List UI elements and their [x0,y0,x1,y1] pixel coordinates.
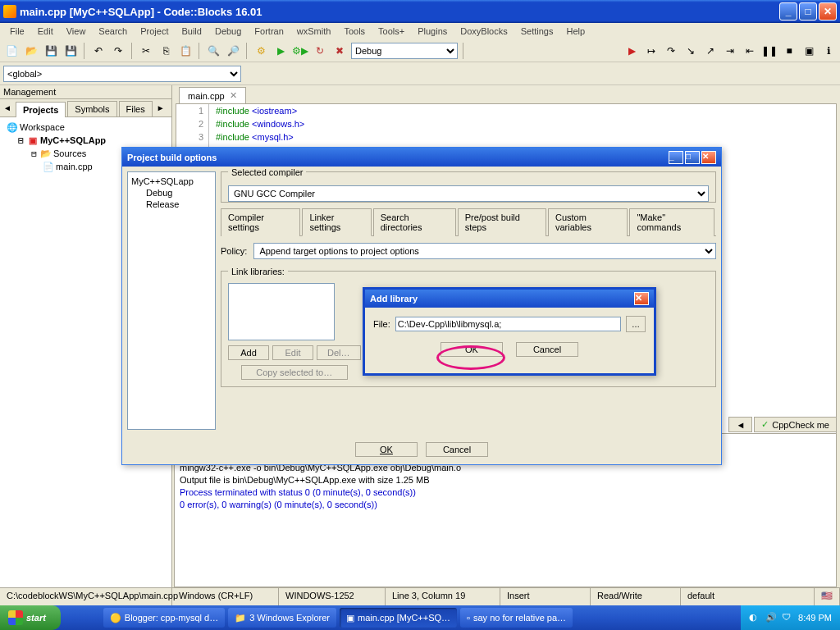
undo-icon[interactable]: ↶ [90,43,107,59]
tree-release[interactable]: Release [131,199,212,210]
menu-toolsplus[interactable]: Tools+ [372,25,411,38]
menu-help[interactable]: Help [559,25,591,38]
tree-project[interactable]: MyC++SQLApp [40,135,106,145]
debug-windows-icon[interactable]: ▣ [801,43,817,59]
start-button[interactable]: start [0,605,61,630]
editor-tab-main[interactable]: main.cpp ✕ [179,87,246,103]
tab-prepost[interactable]: Pre/post build steps [458,208,546,236]
dialog-maximize-button[interactable]: □ [685,151,700,164]
cancel-button[interactable]: Cancel [426,442,488,457]
edit-button[interactable]: Edit [272,345,313,360]
tab-files[interactable]: Files [119,101,153,116]
file-input[interactable] [395,317,621,331]
ql-item[interactable] [64,609,80,626]
scope-select[interactable]: <global> [3,66,241,82]
build-target-tree[interactable]: MyC++SQLapp Debug Release [127,171,216,430]
build-target-select[interactable]: Debug [351,43,458,59]
delete-button[interactable]: Del… [317,345,361,360]
tree-debug[interactable]: Debug [131,187,212,199]
step-over-icon[interactable]: ↷ [663,43,679,59]
cut-icon[interactable]: ✂ [138,43,154,59]
menu-settings[interactable]: Settings [514,25,560,38]
tray-icon[interactable]: 🛡 [782,612,793,623]
menu-debug[interactable]: Debug [208,25,248,38]
ql-item[interactable] [82,609,98,626]
menu-plugins[interactable]: Plugins [411,25,454,38]
new-file-icon[interactable]: 📄 [3,43,20,59]
tab-make-cmds[interactable]: "Make" commands [629,208,714,236]
tray-icon[interactable]: ◐ [749,612,760,623]
replace-icon[interactable]: 🔎 [225,43,241,59]
debug-run-icon[interactable]: ▶ [623,43,640,59]
stop-icon[interactable]: ■ [781,43,797,59]
tree-workspace[interactable]: Workspace [20,122,65,132]
menu-edit[interactable]: Edit [31,25,60,38]
maximize-button[interactable]: □ [799,2,817,21]
add-button[interactable]: Add [228,345,269,360]
tab-linker-settings[interactable]: Linker settings [302,208,371,236]
task-dialog[interactable]: ▫say no for relative pa… [460,608,573,628]
break-icon[interactable]: ❚❚ [761,43,778,59]
mgmt-tab-left-icon[interactable]: ◄ [0,102,15,114]
find-icon[interactable]: 🔍 [205,43,221,59]
tab-symbols[interactable]: Symbols [67,101,116,116]
policy-label: Policy: [221,246,247,256]
menu-project[interactable]: Project [134,25,175,38]
tab-projects[interactable]: Projects [16,102,66,117]
menu-view[interactable]: View [60,25,93,38]
link-libraries-list[interactable] [228,283,335,340]
ok-button[interactable]: OK [355,442,418,457]
tab-left-arrow[interactable]: ◄ [728,417,752,432]
save-icon[interactable]: 💾 [43,43,59,59]
copy-selected-button[interactable]: Copy selected to… [241,365,348,380]
redo-icon[interactable]: ↷ [110,43,126,59]
browse-button[interactable]: … [626,316,646,332]
dialog-close-button[interactable]: ✕ [701,151,716,164]
step-instr-icon[interactable]: ⇤ [742,43,758,59]
task-codeblocks[interactable]: ▣main.cpp [MyC++SQ… [340,608,457,628]
save-all-icon[interactable]: 💾 [62,43,79,59]
addlib-cancel-button[interactable]: Cancel [516,342,578,357]
menu-file[interactable]: File [3,25,31,38]
tab-cppcheck[interactable]: ✓CppCheck me [754,417,837,432]
info-icon[interactable]: ℹ [820,43,837,59]
step-out-icon[interactable]: ↗ [702,43,719,59]
task-explorer[interactable]: 📁3 Windows Explorer [228,608,336,628]
addlib-close-button[interactable]: ✕ [634,292,649,305]
open-icon[interactable]: 📂 [23,43,39,59]
addlib-ok-button[interactable]: OK [441,342,503,357]
menu-wxsmith[interactable]: wxSmith [290,25,338,38]
menu-fortran[interactable]: Fortran [248,25,290,38]
compiler-select[interactable]: GNU GCC Compiler [228,185,709,202]
dialog-minimize-button[interactable]: _ [669,151,683,164]
tree-file[interactable]: main.cpp [56,162,93,171]
menu-build[interactable]: Build [175,25,208,38]
rebuild-icon[interactable]: ↻ [312,43,328,59]
tree-root[interactable]: MyC++SQLapp [131,176,212,187]
menu-tools[interactable]: Tools [337,25,372,38]
tree-sources[interactable]: Sources [53,148,86,158]
tray-icon[interactable]: 🔊 [765,612,777,623]
policy-select[interactable]: Append target options to project options [253,243,716,259]
tab-compiler-settings[interactable]: Compiler settings [221,208,300,236]
clock[interactable]: 8:49 PM [798,613,832,623]
step-into-icon[interactable]: ↘ [682,43,699,59]
tab-search-dirs[interactable]: Search directories [373,208,456,236]
minimize-button[interactable]: _ [779,2,797,21]
close-button[interactable]: ✕ [819,2,837,21]
tab-custom-vars[interactable]: Custom variables [548,208,628,236]
next-instr-icon[interactable]: ⇥ [722,43,738,59]
task-blogger[interactable]: 🟡Blogger: cpp-mysql d… [103,608,225,628]
paste-icon[interactable]: 📋 [177,43,194,59]
build-run-icon[interactable]: ⚙▶ [292,43,308,59]
copy-icon[interactable]: ⎘ [158,43,174,59]
abort-icon[interactable]: ✖ [331,43,348,59]
menu-search[interactable]: Search [92,25,134,38]
run-icon[interactable]: ▶ [272,43,289,59]
mgmt-tab-right-icon[interactable]: ► [153,102,168,114]
build-icon[interactable]: ⚙ [253,43,269,59]
system-tray[interactable]: ◐ 🔊 🛡 8:49 PM [741,605,840,630]
debug-line-icon[interactable]: ↦ [643,43,660,59]
menu-doxyblocks[interactable]: DoxyBlocks [454,25,514,38]
close-tab-icon[interactable]: ✕ [230,90,237,101]
